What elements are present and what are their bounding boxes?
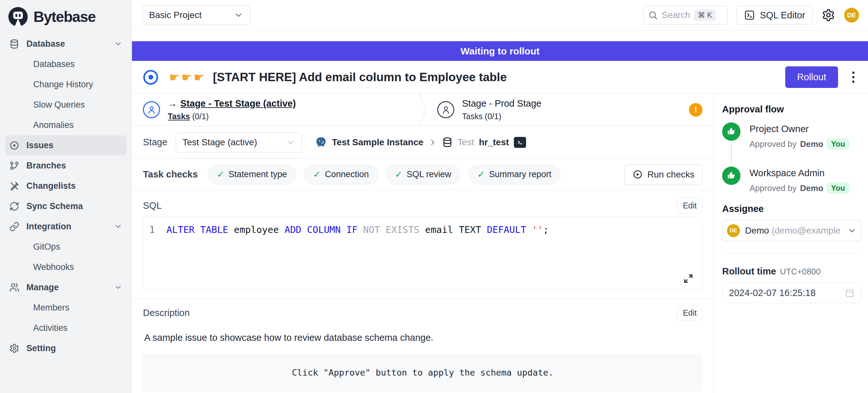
chevron-down-icon (114, 222, 122, 231)
open-sql-console-icon[interactable] (514, 137, 526, 148)
sidebar-item-issues[interactable]: Issues (5, 135, 127, 155)
sql-editor-button[interactable]: SQL Editor (737, 6, 813, 25)
changelist-icon (9, 181, 19, 191)
play-circle-icon (633, 170, 643, 179)
sql-statement: ALTER TABLE employee ADD COLUMN IF NOT E… (166, 224, 549, 235)
git-branch-icon (9, 161, 19, 171)
you-badge: You (827, 182, 849, 194)
sidebar: Bytebase Database Databases Change Histo… (0, 0, 132, 393)
search-input[interactable]: Search ⌘ K (643, 6, 727, 25)
run-checks-button[interactable]: Run checks (625, 164, 703, 185)
stage-bar: Stage Test Stage (active) Test Sample In… (132, 126, 713, 159)
database-icon (9, 39, 19, 49)
line-number: 1 (143, 224, 166, 235)
description-code-block: Click "Approve" button to apply the sche… (143, 353, 703, 391)
stage-tasks: Tasks (0/1) (462, 112, 541, 121)
sidebar-item-branches[interactable]: Branches (5, 156, 127, 176)
sidebar-item-change-history[interactable]: Change History (5, 74, 127, 94)
check-passed-icon: ✓ (313, 169, 320, 180)
task-checks-row: Task checks ✓ Statement type ✓ Connectio… (132, 159, 713, 190)
stage-strip: →Stage - Test Stage (active) Tasks (0/1)… (132, 94, 713, 126)
sql-section-title: SQL (143, 200, 162, 211)
sidebar-item-webhooks[interactable]: Webhooks (5, 257, 127, 277)
users-icon (9, 282, 19, 293)
person-icon (437, 101, 454, 118)
description-text: A sample issue to showcase how to review… (144, 332, 703, 343)
check-summary-report[interactable]: ✓ Summary report (468, 165, 561, 184)
status-banner: Waiting to rollout (132, 41, 868, 61)
stage-tasks-link[interactable]: Tasks (0/1) (168, 112, 296, 121)
rollout-time-input[interactable]: 2024-02-07 16:25:18 (722, 282, 862, 303)
rollout-time-label: Rollout time UTC+0800 (722, 266, 862, 277)
gear-icon (9, 343, 19, 353)
rollout-button[interactable]: Rollout (785, 66, 838, 88)
approval-step: Project Owner Approved by Demo You (722, 122, 862, 167)
stage-selector[interactable]: Test Stage (active) (176, 132, 302, 152)
sql-edit-button[interactable]: Edit (677, 198, 703, 213)
check-statement-type[interactable]: ✓ Statement type (208, 165, 296, 184)
search-placeholder: Search (662, 10, 690, 20)
issue-status-icon (143, 70, 158, 85)
timezone-label: UTC+0800 (780, 267, 821, 277)
topbar-right: Search ⌘ K SQL Editor DE (643, 6, 859, 25)
check-passed-icon: ✓ (477, 169, 485, 180)
database-icon (442, 137, 453, 148)
sidebar-item-activities[interactable]: Activities (5, 318, 127, 338)
assignee-email: (demo@example (772, 225, 841, 236)
sidebar-item-manage[interactable]: Manage (5, 277, 127, 297)
sidebar-item-databases[interactable]: Databases (5, 54, 127, 74)
approver-name: Demo (800, 183, 823, 193)
banner-spacer (132, 31, 868, 41)
sidebar-item-changelists[interactable]: Changelists (5, 176, 127, 196)
sidebar-item-gitops[interactable]: GitOps (5, 237, 127, 257)
assignee-name: Demo (745, 225, 769, 236)
description-edit-button[interactable]: Edit (677, 305, 703, 321)
sql-section: SQL Edit 1 ALTER TABLE employee ADD COLU… (132, 190, 713, 299)
chevron-right-icon (428, 138, 437, 147)
pointing-emoji: ☛☛☛ (169, 70, 206, 84)
sql-editor[interactable]: 1 ALTER TABLE employee ADD COLUMN IF NOT… (143, 217, 703, 290)
sidebar-item-anomalies[interactable]: Anomalies (5, 115, 127, 135)
sidebar-item-database[interactable]: Database (5, 34, 127, 54)
user-avatar[interactable]: DE (844, 8, 859, 23)
approval-step: Workspace Admin Approved by Demo You (722, 167, 862, 194)
settings-gear-icon[interactable] (822, 8, 835, 22)
check-sql-review[interactable]: ✓ SQL review (386, 165, 460, 184)
stage-prod-stage[interactable]: Stage - Prod Stage Tasks (0/1) ! (426, 94, 713, 126)
search-icon (648, 10, 658, 20)
assignee-title: Assignee (722, 204, 862, 214)
check-passed-icon: ✓ (217, 169, 224, 180)
sidebar-item-members[interactable]: Members (5, 298, 127, 318)
thumbs-up-icon (722, 122, 741, 141)
assignee-selector[interactable]: DE Demo (demo@example (722, 220, 862, 241)
stage-test-stage[interactable]: →Stage - Test Stage (active) Tasks (0/1) (132, 94, 419, 126)
chevron-down-icon (234, 10, 243, 20)
search-shortcut: ⌘ K (694, 10, 716, 21)
link-icon (9, 222, 19, 232)
bytebase-logo[interactable]: Bytebase (0, 4, 132, 33)
stage-name: →Stage - Test Stage (active) (168, 98, 296, 109)
issue-detail-column: →Stage - Test Stage (active) Tasks (0/1)… (132, 94, 714, 393)
chevron-down-icon (114, 40, 122, 48)
sidebar-item-integration[interactable]: Integration (5, 216, 127, 237)
page-title: [START HERE] Add email column to Employe… (213, 70, 778, 84)
sidebar-item-sync-schema[interactable]: Sync Schema (5, 196, 127, 216)
sidebar-item-setting[interactable]: Setting (5, 338, 127, 358)
expand-icon[interactable] (683, 273, 694, 284)
sidebar-item-slow-queries[interactable]: Slow Queries (5, 95, 127, 115)
chevron-down-icon (847, 226, 857, 236)
project-selector[interactable]: Basic Project (142, 5, 250, 25)
thumbs-up-icon (722, 167, 741, 185)
stage-label: Stage (143, 137, 167, 148)
more-options-icon[interactable] (848, 68, 858, 86)
instance-link[interactable]: Test Sample Instance (332, 137, 423, 148)
approver-name: Demo (800, 139, 823, 149)
person-icon (143, 101, 160, 118)
database-link[interactable]: hr_test (479, 137, 509, 148)
assignee-avatar: DE (727, 224, 740, 237)
current-stage-arrow: → (168, 98, 177, 109)
calendar-icon[interactable] (844, 288, 855, 298)
terminal-icon (744, 10, 755, 21)
sidebar-nav: Database Databases Change History Slow Q… (0, 34, 132, 358)
check-connection[interactable]: ✓ Connection (304, 165, 378, 184)
